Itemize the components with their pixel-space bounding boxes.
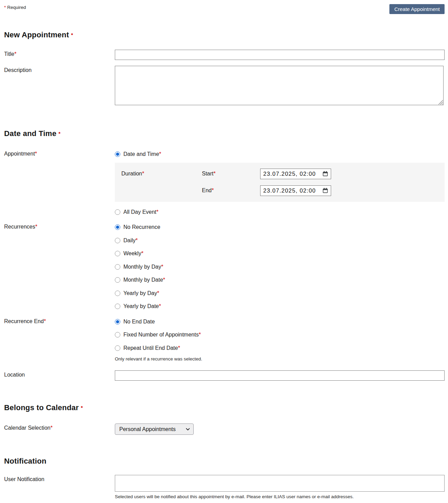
recurrence-end-label: Recurrence End* [4, 317, 115, 324]
required-marker: * [156, 209, 158, 215]
required-marker: * [161, 264, 163, 270]
start-label: Start* [202, 171, 260, 177]
required-marker: * [136, 237, 138, 243]
required-marker: * [4, 5, 6, 10]
required-note: * Required [4, 4, 26, 10]
required-marker: * [59, 131, 61, 136]
duration-label: Duration* [121, 171, 202, 177]
required-marker: * [214, 171, 216, 176]
section-title-text: Belongs to Calendar [4, 403, 79, 412]
required-marker: * [178, 345, 180, 351]
chevron-down-icon [186, 428, 190, 431]
end-datetime-value[interactable]: 23.07.2025, 02:00 [263, 187, 321, 194]
calendar-selection-label: Calendar Selection* [4, 424, 115, 431]
radio-option-all-day-event[interactable]: All Day Event* [115, 207, 445, 217]
appointment-label: Appointment* [4, 149, 115, 157]
resize-grip-icon[interactable] [438, 100, 443, 105]
radio-option-weekly[interactable]: Weekly* [115, 249, 445, 258]
radio-icon[interactable] [115, 251, 120, 256]
radio-label-text: No Recurrence [123, 224, 160, 230]
description-textarea[interactable] [115, 66, 444, 105]
radio-label-text: Fixed Number of Appointments [123, 332, 199, 338]
toolbar-top: * Required Create Appointment [4, 4, 445, 14]
radio-label-text: Monthly by Date [123, 277, 163, 283]
recurrence-end-field-row: Recurrence End* No End Date Fixed Number… [4, 317, 445, 367]
recurrence-end-byline: Only relevant if a recurrence was select… [115, 356, 445, 361]
required-marker: * [50, 425, 52, 431]
section-title-belongs-to-calendar: Belongs to Calendar* [4, 403, 445, 412]
radio-label-text: Yearly by Date [123, 303, 159, 309]
radio-icon[interactable] [115, 264, 120, 270]
required-marker: * [157, 290, 159, 296]
required-marker: * [14, 51, 16, 57]
radio-label-text: Monthly by Day [123, 264, 161, 270]
radio-icon[interactable] [115, 209, 120, 215]
radio-icon[interactable] [115, 238, 120, 243]
required-marker: * [81, 405, 83, 410]
user-notification-field-row: User Notification Selected users will be… [4, 475, 445, 499]
duration-label-text: Duration [121, 171, 142, 176]
title-field-row: Title* [4, 50, 445, 60]
required-note-text: Required [7, 5, 26, 10]
create-appointment-button-top[interactable]: Create Appointment [389, 4, 445, 14]
radio-option-monthly-by-date[interactable]: Monthly by Date* [115, 275, 445, 285]
required-marker: * [159, 303, 161, 309]
required-marker: * [159, 151, 161, 157]
duration-panel: Duration* Start* 23.07.2025, 02:00 End* … [115, 163, 445, 202]
radio-label-text: Daily [123, 237, 136, 243]
radio-icon[interactable] [115, 332, 120, 338]
calendar-selection-value: Personal Appointments [119, 426, 181, 432]
section-title-text: Date and Time [4, 129, 57, 138]
radio-option-repeat-until-end-date[interactable]: Repeat Until End Date* [115, 343, 445, 353]
end-label-text: End [202, 187, 211, 193]
radio-icon[interactable] [115, 277, 120, 283]
radio-option-date-and-time[interactable]: Date and Time* [115, 149, 445, 159]
end-datetime-input[interactable]: 23.07.2025, 02:00 [260, 185, 331, 196]
required-marker: * [141, 250, 143, 256]
required-marker: * [199, 332, 201, 338]
section-title-new-appointment: New Appointment* [4, 30, 445, 39]
title-label: Title* [4, 50, 115, 57]
radio-option-yearly-by-day[interactable]: Yearly by Day* [115, 289, 445, 298]
start-datetime-input[interactable]: 23.07.2025, 02:00 [260, 169, 331, 179]
radio-option-no-recurrence[interactable]: No Recurrence [115, 222, 445, 232]
radio-option-fixed-number-of-appointments[interactable]: Fixed Number of Appointments* [115, 330, 445, 340]
user-notification-input[interactable] [115, 475, 445, 492]
radio-option-daily[interactable]: Daily* [115, 236, 445, 245]
appointment-label-text: Appointment [4, 151, 35, 157]
required-marker: * [71, 32, 73, 38]
radio-icon[interactable] [115, 291, 120, 296]
start-datetime-value[interactable]: 23.07.2025, 02:00 [263, 171, 321, 177]
section-title-text: New Appointment [4, 30, 69, 39]
description-field-row: Description [4, 66, 445, 105]
calendar-icon[interactable] [323, 188, 328, 193]
calendar-selection-select[interactable]: Personal Appointments [115, 424, 194, 435]
radio-label-text: Date and Time [123, 151, 159, 157]
user-notification-label: User Notification [4, 475, 115, 482]
radio-label-text: Weekly [123, 250, 141, 256]
recurrences-field-row: Recurrences* No Recurrence Daily* Weekly… [4, 222, 445, 315]
end-label: End* [202, 187, 260, 194]
calendar-icon[interactable] [323, 171, 328, 176]
title-label-text: Title [4, 51, 14, 57]
calendar-selection-field-row: Calendar Selection* Personal Appointment… [4, 424, 445, 435]
required-marker: * [163, 277, 165, 283]
radio-label-text: Repeat Until End Date [123, 345, 178, 351]
appointment-field-row: Appointment* Date and Time* Duration* St… [4, 149, 445, 220]
required-marker: * [44, 318, 46, 324]
radio-option-yearly-by-date[interactable]: Yearly by Date* [115, 302, 445, 311]
description-label: Description [4, 66, 115, 73]
radio-icon[interactable] [115, 224, 120, 230]
radio-icon[interactable] [115, 304, 120, 309]
location-input[interactable] [115, 370, 445, 381]
title-input[interactable] [115, 50, 445, 60]
radio-icon[interactable] [115, 319, 120, 324]
radio-option-monthly-by-day[interactable]: Monthly by Day* [115, 262, 445, 272]
radio-label-text: No End Date [123, 319, 155, 324]
required-marker: * [211, 187, 214, 193]
recurrence-end-label-text: Recurrence End [4, 318, 44, 324]
radio-option-no-end-date[interactable]: No End Date [115, 317, 445, 327]
appointment-form-page: * Required Create Appointment New Appoin… [0, 0, 448, 503]
radio-icon[interactable] [115, 151, 120, 157]
radio-icon[interactable] [115, 345, 120, 351]
